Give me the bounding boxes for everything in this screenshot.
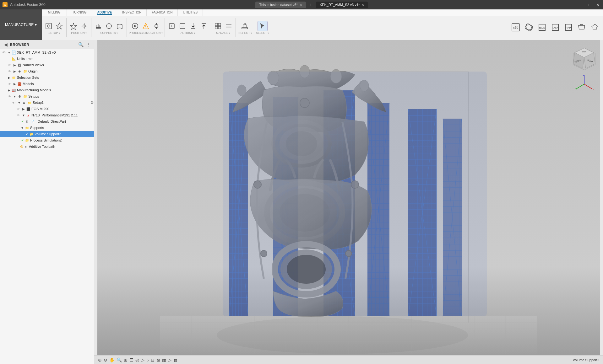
bottom-icon-arrow[interactable]: ▷ [168, 357, 171, 362]
tree-item-models[interactable]: 👁 🧱 Models [0, 81, 94, 87]
right-icon-par[interactable]: PAR [563, 18, 574, 37]
supports-label[interactable]: SUPPORTS ▾ [100, 31, 118, 35]
browser-search-btn[interactable]: 🔍 [78, 41, 84, 48]
sim-icon-2[interactable] [141, 21, 151, 31]
tree-item-default-direct[interactable]: ✓ ⚙ 📄 _Default_DirectPart [0, 118, 94, 125]
arrow-n718[interactable] [21, 113, 26, 117]
title-bar-tabs: This is fusion dataset v6° ✕ + XEK_RT_AM… [255, 1, 368, 8]
arrow-mfg[interactable] [7, 88, 11, 92]
tab-main[interactable]: XEK_RT_AMM_S2 v3 v1* ✕ [316, 2, 368, 8]
tab-additive[interactable]: ADDITIVE [92, 9, 117, 16]
tab-milling[interactable]: MILLING [42, 9, 67, 16]
new-tab-button[interactable]: + [307, 1, 315, 8]
arrow-supports[interactable] [20, 126, 24, 130]
bottom-icon-zoom[interactable]: 🔍 [117, 357, 122, 362]
browser-more-btn[interactable]: ⋮ [85, 41, 91, 48]
inspect-label[interactable]: INSPECT ▾ [238, 31, 252, 35]
tree-item-setups[interactable]: 👁 ⚙ 📁 Setups [0, 93, 94, 99]
sim-icon-1[interactable] [130, 21, 140, 31]
tree-item-n718[interactable]: 👁 ▲ N718_PerformanceM291 2.11 [0, 112, 94, 118]
nav-cube[interactable]: TOP RIGHT FRONT [572, 46, 597, 72]
bottom-icon-1[interactable]: ⊕ [98, 357, 102, 362]
close-button[interactable]: ✕ [594, 1, 602, 8]
bottom-icon-grid[interactable]: ☰ [129, 357, 133, 362]
right-icon-task[interactable]: TASK [550, 18, 561, 37]
manage-label[interactable]: MANAGE ▾ [216, 31, 231, 35]
manage-icon-2[interactable] [224, 21, 234, 31]
tree-item-units[interactable]: 📐 Units : mm [0, 56, 94, 62]
sim-icon-3[interactable] [151, 21, 161, 31]
right-icon-1[interactable]: s10 [510, 18, 521, 37]
tree-item-additive-toolpath[interactable]: ⊙ ≡ Additive Toolpath [0, 143, 94, 150]
action-icon-1[interactable] [167, 21, 177, 31]
tab-dataset-close[interactable]: ✕ [300, 3, 302, 7]
arrow-views[interactable] [13, 63, 17, 67]
svg-rect-4 [96, 27, 101, 29]
manufacture-arrow: ▾ [35, 23, 37, 27]
select-icon-1[interactable] [258, 21, 268, 31]
tree-item-volume-support2[interactable]: ✓ 📁 Volume Support2 [0, 131, 94, 137]
position-label[interactable]: POSITION ▾ [71, 31, 87, 35]
arrow-selection[interactable] [7, 75, 11, 80]
minimize-button[interactable]: ─ [578, 1, 585, 8]
browser-controls: 🔍 ⋮ [78, 41, 91, 48]
tree-item-origin[interactable]: 👁 ⊕ 📁 Origin [0, 68, 94, 74]
right-icon-grad[interactable] [589, 18, 600, 37]
tab-turning[interactable]: TURNING [67, 9, 92, 16]
arrow-setups[interactable] [13, 94, 17, 99]
supports-icon-1[interactable] [93, 21, 103, 31]
arrow-setup1[interactable] [17, 100, 21, 105]
setup-icon-2[interactable] [54, 21, 64, 31]
bottom-icon-2[interactable]: ⊙ [104, 357, 107, 362]
eye-icon-models: 👁 [7, 81, 12, 86]
tree-item-setup1[interactable]: 👁 ⚙ 📁 Setup1 ⚙ [0, 99, 94, 106]
actions-label[interactable]: ACTIONS ▾ [180, 31, 195, 35]
arrow-root[interactable] [7, 50, 11, 55]
action-icon-2[interactable] [177, 21, 187, 31]
action-icon-4[interactable] [199, 21, 209, 31]
tab-main-close[interactable]: ✕ [361, 3, 364, 7]
arrow-origin[interactable] [13, 69, 17, 73]
tree-item-process-sim2[interactable]: ✓ 📁 Process Simulation2 [0, 137, 94, 143]
bottom-icon-table[interactable]: ▦ [173, 357, 177, 362]
setup1-settings-icon[interactable]: ⚙ [90, 100, 94, 105]
select-label[interactable]: SELECT ▾ [256, 31, 269, 35]
bottom-icon-cross[interactable]: ⊠ [156, 357, 160, 362]
right-icon-2[interactable] [523, 18, 535, 37]
inspect-icon-1[interactable] [240, 21, 250, 31]
action-icon-3[interactable] [188, 21, 198, 31]
supports-icon-2[interactable] [104, 21, 114, 31]
position-icon-1[interactable] [68, 21, 79, 31]
bottom-icon-pan[interactable]: ✋ [109, 357, 115, 362]
setup-label[interactable]: SETUP ▾ [48, 31, 60, 35]
position-icon-2[interactable] [79, 21, 89, 31]
manufacture-dropdown[interactable]: MANUFACTURE ▾ [0, 9, 42, 40]
right-icon-eos[interactable]: EOS [536, 18, 548, 37]
bottom-icon-diamond[interactable]: ⬦ [146, 357, 149, 362]
tree-item-named-views[interactable]: 👁 🖼 Named Views [0, 62, 94, 68]
tab-utilities[interactable]: UTILITIES [178, 9, 203, 16]
bottom-icon-fit[interactable]: ⊞ [124, 357, 128, 362]
right-icon-shop[interactable] [576, 18, 587, 37]
setup-icon-1[interactable] [44, 21, 54, 31]
tab-dataset[interactable]: This is fusion dataset v6° ✕ [255, 2, 306, 8]
bottom-icon-play[interactable]: ▷ [141, 357, 144, 362]
bottom-icon-minus[interactable]: ⊟ [151, 357, 155, 362]
viewport[interactable]: TOP RIGHT FRONT X Y Z [94, 40, 603, 364]
manage-icon-1[interactable] [213, 21, 223, 31]
tree-item-root[interactable]: 👁 📄 XEK_RT_AMM_S2 v3 v0 [0, 49, 94, 56]
tab-inspection[interactable]: INSPECTION [117, 9, 147, 16]
browser-collapse-btn[interactable]: ◀ [3, 41, 9, 48]
bottom-icon-orbit[interactable]: ◎ [135, 357, 139, 362]
bottom-icon-hash[interactable]: ▦ [162, 357, 166, 362]
tree-item-selection-sets[interactable]: 📁 Selection Sets [0, 74, 94, 81]
maximize-button[interactable]: □ [586, 1, 594, 8]
tree-item-supports[interactable]: 📁 Supports [0, 125, 94, 131]
arrow-eos[interactable] [21, 107, 26, 111]
tree-item-eos[interactable]: 👁 ⬛ EOS M 290 [0, 106, 94, 112]
arrow-models[interactable] [13, 82, 17, 86]
tree-item-mfg-models[interactable]: 🏭 Manufacturing Models [0, 87, 94, 93]
process-sim-label[interactable]: PROCESS SIMULATION ▾ [129, 31, 162, 35]
tab-fabrication[interactable]: FABRICATION [147, 9, 178, 16]
supports-icon-3[interactable] [115, 21, 125, 31]
